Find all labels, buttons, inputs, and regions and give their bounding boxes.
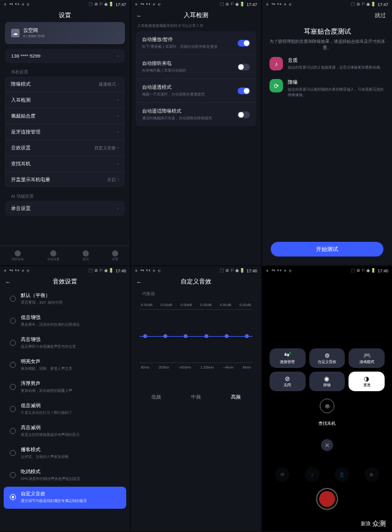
toggle-switch[interactable] [238,111,250,118]
nav-icon [15,250,21,257]
skip-button[interactable]: 跳过 [375,12,386,20]
tile-icon: ◑ [364,375,369,382]
subtitle: 为了获得理想的音质和降噪效果，请选择贴合你耳朵尺寸的耳塞。 [262,39,392,51]
freq-label: 80Hz [141,365,149,369]
control-tile[interactable]: ◑通透 [349,372,385,391]
eq-preset-item[interactable]: 播客模式让对话、交谈的人声更加清晰 [4,443,126,465]
start-test-button[interactable]: 开始测试 [271,242,383,257]
cloud-space-card[interactable]: ☁ 云空间 0 / 8000 分钟 › [5,22,125,44]
eq-preset-item[interactable]: 吃鸡模式FPS 场景中的脚步声及枪声提别提音 [4,465,126,487]
toggle-switch[interactable] [238,88,250,94]
eq-preset-item[interactable]: 高音增强提高辨听力实现捕捉声音方向位置 [4,332,126,354]
back-button[interactable]: ← [136,279,142,285]
status-bar: ᯤ ⁴⁶ ⁵⁶ ᯤ ♡ ⬚ ⊘ ⚐ ◉ 🔋 17:47 [262,0,392,9]
dim-action: ♪ [305,467,320,482]
tile-icon: ⇆2 [284,351,291,358]
status-bar: ᯤ ⁴⁶ ⁵⁶ ᯤ ♡ ⬚ ⊘ ⚐ ◉ 🔋 17:46 [262,266,392,275]
db-value: 0.00dB [220,303,232,307]
nav-tab[interactable]: 查找 [83,250,89,261]
equalizer-graph[interactable]: 0.00dB0.00dB0.00dB0.00dB0.00dB0.00dB 80H… [138,303,254,383]
section-earbud: 耳机设置 [5,67,125,77]
settings-row[interactable]: 录音设置› [5,201,125,216]
eq-handle[interactable] [143,334,147,338]
feature-icon: ♪ [270,57,283,70]
status-bar: ᯤ ⁴⁶ ⁵⁶ ᯤ ♡ ⬚ ⊘ ⚐ ◉ 🔋 17:47 [131,0,261,9]
toggle-switch[interactable] [238,64,250,70]
radio-button [10,450,16,456]
chevron-right-icon: › [117,53,119,59]
section-ai: AI 功能设置 [5,191,125,201]
record-button[interactable] [316,488,338,510]
nav-tab[interactable]: 设置 [112,250,118,261]
settings-row[interactable]: 音效设置自定义音效 › [5,140,125,155]
control-tile[interactable]: ⊘关闭 [270,372,306,391]
eq-preset-item[interactable]: 低音减弱不需太多动次打次？我们做到了 [4,399,126,421]
settings-row[interactable]: 降噪模式通透模式 › [5,77,125,92]
eq-preset-item[interactable]: 自定义音效通过调节均衡器找到属您专属定制的极音 [4,487,126,509]
radio-button [10,362,16,368]
phone-row[interactable]: 138 **** 5299 › [5,49,125,63]
status-bar: ᯤ ⁴⁶ ⁵⁶ ᯤ ♡ ⬚ ⊘ ⚐ ◉ 🔋 17:46 [0,266,130,275]
control-tile[interactable]: ⊚自定义音效 [309,348,345,368]
eq-preset-item[interactable]: 低音增强重点突出，沉浸在科技感的无限潮流 [4,310,126,332]
db-value: 0.00dB [180,303,192,307]
page-title: 入耳检测 [184,11,208,20]
eq-preset-item[interactable]: 明亮女声更加细腻、清晰、突显人声之美 [4,354,126,377]
nav-tab[interactable]: 我的设备 [12,250,24,261]
freq-label: 200Hz [159,365,169,369]
feature-icon: ⟳ [270,79,283,92]
eq-preset-item[interactable]: 浑厚男声更加动感，富有磁性的颠覆人声 [4,377,126,399]
db-value: 0.00dB [239,303,251,307]
control-tile[interactable]: ◉降噪 [309,372,345,391]
cloud-quota: 0 / 8000 分钟 [23,34,45,39]
settings-row[interactable]: 开盖显示耳机电量开启 › [5,171,125,187]
band-tab[interactable]: 低频 [151,394,161,400]
nav-icon [112,250,118,257]
eq-handle[interactable] [164,334,167,338]
chevron-right-icon: › [117,31,119,36]
db-value: 0.00dB [160,303,172,307]
radio-button [10,318,16,324]
page-title: 自定义音效 [181,277,211,286]
settings-row[interactable]: 查找耳机 › [5,155,125,171]
eq-handle[interactable] [225,334,228,338]
nav-icon [50,250,56,257]
toggle-row: 自动通透模式佩戴一只耳塞时，自动调整至通透模式 [136,78,256,102]
feature-item: ♪音质贴合的耳塞可以防止低频泄露，让音乐体验更加紧致动感。 [262,51,392,73]
radio-button [10,494,16,500]
toggle-row: 自动接听来电有来电时戴上耳塞自动接听 [136,54,256,78]
eq-preset-item[interactable]: 默认（平衡）原音重现，360° 旋转空间 [4,288,126,310]
nav-icon [83,250,89,257]
nav-tab[interactable]: 音效设置 [47,250,59,261]
cloud-title: 云空间 [23,27,45,34]
control-tile[interactable]: 🎮游戏模式 [349,348,385,368]
eq-handle[interactable] [184,334,187,338]
settings-row[interactable]: 入耳检测 › [5,92,125,108]
tile-icon: ◉ [324,375,330,382]
eq-handle[interactable] [245,334,249,338]
control-tile[interactable]: ⇆2连接管理 [270,348,306,368]
band-tab[interactable]: 中频 [191,394,201,400]
dim-action: ⊕ [364,467,379,482]
eq-handle[interactable] [205,334,208,338]
toggle-switch[interactable] [238,40,250,47]
back-button[interactable]: ← [5,279,11,285]
hint: 入耳检测需要佩戴耳机时才可以正常工作 [131,22,261,31]
settings-row[interactable]: 蓝牙连接管理 › [5,124,125,140]
radio-button [10,296,16,302]
screen-custom-eq: ᯤ ⁴⁶ ⁵⁶ ᯤ ♡ ⬚ ⊘ ⚐ ◉ 🔋 17:46 ← 自定义音效 均衡器 … [131,266,261,531]
screen-eq-presets: ᯤ ⁴⁶ ⁵⁶ ᯤ ♡ ⬚ ⊘ ⚐ ◉ 🔋 17:46 ← 音效设置 默认（平衡… [0,266,130,531]
eq-preset-item[interactable]: 高音减弱更适合您想体验股或环布声调的音乐 [4,421,126,443]
settings-row[interactable]: 佩戴贴合度 › [5,108,125,124]
close-button[interactable]: ✕ [321,439,333,451]
cloud-icon: ☁ [11,29,20,37]
back-button[interactable]: ← [136,12,142,19]
find-label: 查找耳机 [262,421,392,427]
screen-inear-detect: ᯤ ⁴⁶ ⁵⁶ ᯤ ♡ ⬚ ⊘ ⚐ ◉ 🔋 17:47 ← 入耳检测 入耳检测需… [131,0,261,265]
db-value: 0.00dB [141,303,153,307]
band-tab[interactable]: 高频 [231,394,241,400]
find-earbuds-button[interactable]: ◎ [320,399,334,413]
radio-button [10,472,16,478]
watermark: 新浪众测 [358,518,388,530]
radio-button [10,428,16,434]
